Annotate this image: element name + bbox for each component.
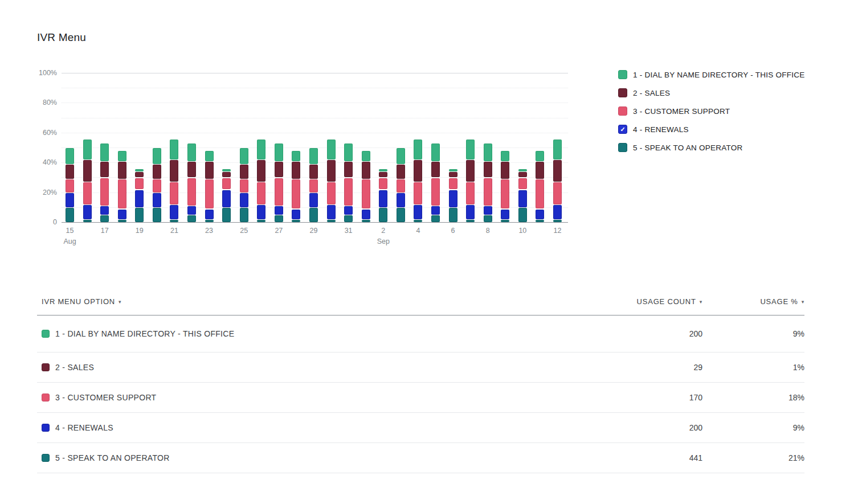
bar-segment[interactable] <box>344 206 353 215</box>
bar-segment[interactable] <box>362 162 370 179</box>
bar-segment[interactable] <box>187 206 196 215</box>
bar-segment[interactable] <box>205 210 214 219</box>
bar-segment[interactable] <box>118 210 126 219</box>
bar-segment[interactable] <box>257 205 265 219</box>
bar-segment[interactable] <box>135 172 144 177</box>
bar-segment[interactable] <box>275 215 283 222</box>
bar-segment[interactable] <box>327 182 336 204</box>
bar-segment[interactable] <box>484 206 492 215</box>
bar-segment[interactable] <box>222 208 231 222</box>
stacked-bar[interactable] <box>397 73 405 222</box>
bar-segment[interactable] <box>414 160 422 182</box>
stacked-bar[interactable] <box>153 73 161 222</box>
stacked-bar[interactable] <box>292 73 300 222</box>
stacked-bar[interactable] <box>518 73 527 222</box>
legend-item[interactable]: 2 - SALES <box>618 84 805 102</box>
bar-segment[interactable] <box>344 144 353 161</box>
stacked-bar[interactable] <box>257 73 265 222</box>
bar-segment[interactable] <box>449 178 457 190</box>
bar-segment[interactable] <box>501 220 509 222</box>
bar-segment[interactable] <box>466 140 475 159</box>
bar-segment[interactable] <box>187 178 196 206</box>
bar-segment[interactable] <box>153 193 161 207</box>
bar-segment[interactable] <box>275 206 283 215</box>
bar-segment[interactable] <box>466 160 475 182</box>
bar-segment[interactable] <box>449 208 457 222</box>
bar-segment[interactable] <box>536 151 544 161</box>
bar-segment[interactable] <box>240 165 248 179</box>
bar-segment[interactable] <box>327 160 336 182</box>
bar-segment[interactable] <box>379 178 387 190</box>
bar-segment[interactable] <box>240 193 248 207</box>
bar-segment[interactable] <box>518 190 527 207</box>
bar-segment[interactable] <box>466 220 475 222</box>
bar-segment[interactable] <box>379 169 387 171</box>
bar-segment[interactable] <box>553 140 562 159</box>
bar-segment[interactable] <box>100 144 109 161</box>
bar-segment[interactable] <box>397 193 405 207</box>
legend-item[interactable]: 5 - SPEAK TO AN OPERATOR <box>618 138 805 157</box>
stacked-bar[interactable] <box>449 73 457 222</box>
bar-segment[interactable] <box>240 148 248 164</box>
stacked-bar[interactable] <box>379 73 387 222</box>
stacked-bar[interactable] <box>135 73 144 222</box>
bar-segment[interactable] <box>100 206 109 215</box>
stacked-bar[interactable] <box>466 73 475 222</box>
bar-segment[interactable] <box>135 169 144 171</box>
bar-segment[interactable] <box>83 140 92 159</box>
stacked-bar[interactable] <box>344 73 353 222</box>
bar-segment[interactable] <box>153 208 161 222</box>
stacked-bar[interactable] <box>187 73 196 222</box>
bar-segment[interactable] <box>518 172 527 177</box>
bar-segment[interactable] <box>170 182 178 204</box>
bar-segment[interactable] <box>431 178 440 206</box>
bar-segment[interactable] <box>257 140 265 159</box>
bar-segment[interactable] <box>66 148 74 164</box>
bar-segment[interactable] <box>449 169 457 171</box>
bar-segment[interactable] <box>222 172 231 177</box>
bar-segment[interactable] <box>484 162 492 178</box>
bar-segment[interactable] <box>66 179 74 192</box>
column-header-usage[interactable]: USAGE %▾ <box>702 297 804 306</box>
bar-segment[interactable] <box>379 172 387 177</box>
bar-segment[interactable] <box>327 205 336 219</box>
stacked-bar[interactable] <box>484 73 492 222</box>
stacked-bar[interactable] <box>431 73 440 222</box>
bar-segment[interactable] <box>170 220 178 222</box>
bar-segment[interactable] <box>118 151 126 161</box>
bar-segment[interactable] <box>553 182 562 204</box>
bar-segment[interactable] <box>484 215 492 222</box>
stacked-bar[interactable] <box>222 73 231 222</box>
bar-segment[interactable] <box>275 178 283 206</box>
stacked-bar[interactable] <box>240 73 248 222</box>
bar-segment[interactable] <box>205 220 214 222</box>
bar-segment[interactable] <box>362 179 370 208</box>
bar-segment[interactable] <box>292 151 300 161</box>
bar-segment[interactable] <box>170 205 178 219</box>
bar-segment[interactable] <box>379 190 387 207</box>
bar-segment[interactable] <box>66 165 74 179</box>
bar-segment[interactable] <box>275 144 283 161</box>
bar-segment[interactable] <box>431 144 440 161</box>
bar-segment[interactable] <box>344 215 353 222</box>
bar-segment[interactable] <box>240 208 248 222</box>
bar-segment[interactable] <box>536 220 544 222</box>
bar-segment[interactable] <box>118 220 126 222</box>
stacked-bar[interactable] <box>536 73 544 222</box>
bar-segment[interactable] <box>309 179 318 192</box>
bar-segment[interactable] <box>222 190 231 207</box>
stacked-bar[interactable] <box>66 73 74 222</box>
bar-segment[interactable] <box>83 205 92 219</box>
bar-segment[interactable] <box>135 208 144 222</box>
bar-segment[interactable] <box>100 178 109 206</box>
bar-segment[interactable] <box>553 160 562 182</box>
legend-item[interactable]: 3 - CUSTOMER SUPPORT <box>618 102 805 120</box>
bar-segment[interactable] <box>170 140 178 159</box>
bar-segment[interactable] <box>501 151 509 161</box>
bar-segment[interactable] <box>501 210 509 219</box>
bar-segment[interactable] <box>501 179 509 208</box>
stacked-bar[interactable] <box>100 73 109 222</box>
bar-segment[interactable] <box>362 210 370 219</box>
bar-segment[interactable] <box>257 220 265 222</box>
bar-segment[interactable] <box>292 179 300 208</box>
